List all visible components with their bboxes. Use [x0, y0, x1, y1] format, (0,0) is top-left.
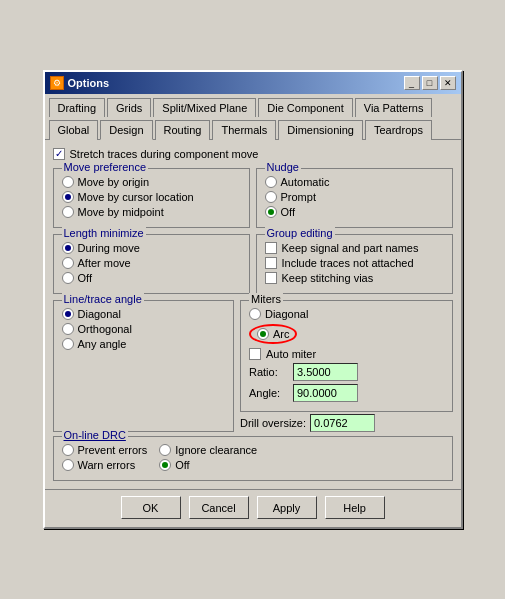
line-trace-box: Line/trace angle Diagonal Orthogonal Any… — [53, 300, 234, 432]
drc-ignore-label: Ignore clearance — [175, 444, 257, 456]
drill-oversize-input[interactable] — [310, 414, 375, 432]
lm-during-radio[interactable] — [62, 242, 74, 254]
maximize-button[interactable]: □ — [422, 76, 438, 90]
tab-via-patterns[interactable]: Via Patterns — [355, 98, 433, 117]
nudge-label: Nudge — [265, 161, 301, 173]
auto-miter-checkbox[interactable] — [249, 348, 261, 360]
minimize-button[interactable]: _ — [404, 76, 420, 90]
drc-off-item: Off — [159, 459, 257, 471]
ratio-row: Ratio: — [249, 363, 444, 381]
stretch-row: Stretch traces during component move — [53, 148, 453, 160]
lm-after-label: After move — [78, 257, 131, 269]
drc-prevent-radio[interactable] — [62, 444, 74, 456]
tab-die-component[interactable]: Die Component — [258, 98, 352, 117]
ge-include-traces-item: Include traces not attached — [265, 257, 444, 269]
help-button[interactable]: Help — [325, 496, 385, 519]
lt-anyangle-radio[interactable] — [62, 338, 74, 350]
miters-diagonal-item: Diagonal — [249, 308, 444, 320]
stretch-checkbox[interactable] — [53, 148, 65, 160]
tab-routing[interactable]: Routing — [155, 120, 211, 140]
move-midpoint-item: Move by midpoint — [62, 206, 241, 218]
nudge-prompt-radio[interactable] — [265, 191, 277, 203]
ge-keep-signal-label: Keep signal and part names — [282, 242, 419, 254]
drc-warn-item: Warn errors — [62, 459, 148, 471]
nudge-box: Nudge Automatic Prompt Off — [256, 168, 453, 228]
group-editing-label: Group editing — [265, 227, 335, 239]
bottom-buttons: OK Cancel Apply Help — [45, 489, 461, 527]
window-icon: ⚙ — [50, 76, 64, 90]
drill-oversize-row: Drill oversize: — [240, 414, 453, 432]
options-window: ⚙ Options _ □ ✕ Drafting Grids Split/Mix… — [43, 70, 463, 529]
tab-split-mixed-plane[interactable]: Split/Mixed Plane — [153, 98, 256, 117]
nudge-off-item: Off — [265, 206, 444, 218]
move-origin-label: Move by origin — [78, 176, 150, 188]
nudge-prompt-item: Prompt — [265, 191, 444, 203]
arc-highlight: Arc — [249, 324, 298, 344]
close-button[interactable]: ✕ — [440, 76, 456, 90]
drc-ignore-radio[interactable] — [159, 444, 171, 456]
drc-section: On-line DRC Prevent errors Warn errors — [53, 436, 453, 481]
lt-orthogonal-radio[interactable] — [62, 323, 74, 335]
miters-arc-radio[interactable] — [257, 328, 269, 340]
miters-label: Miters — [249, 293, 283, 305]
move-cursor-radio[interactable] — [62, 191, 74, 203]
tab-global[interactable]: Global — [49, 120, 99, 140]
mid-two-col: Length minimize During move After move O… — [53, 234, 453, 294]
nudge-auto-radio[interactable] — [265, 176, 277, 188]
drc-col2: Ignore clearance Off — [159, 441, 257, 474]
drc-off-label: Off — [175, 459, 189, 471]
move-origin-radio[interactable] — [62, 176, 74, 188]
move-preference-box: Move preference Move by origin Move by c… — [53, 168, 250, 228]
drc-col1: Prevent errors Warn errors — [62, 441, 148, 474]
group-editing-box: Group editing Keep signal and part names… — [256, 234, 453, 294]
apply-button[interactable]: Apply — [257, 496, 317, 519]
tab-grids[interactable]: Grids — [107, 98, 151, 117]
lm-off-radio[interactable] — [62, 272, 74, 284]
nudge-off-radio[interactable] — [265, 206, 277, 218]
titlebar-buttons: _ □ ✕ — [404, 76, 456, 90]
lt-diagonal-label: Diagonal — [78, 308, 121, 320]
angle-input[interactable] — [293, 384, 358, 402]
ge-include-traces-checkbox[interactable] — [265, 257, 277, 269]
miters-diagonal-radio[interactable] — [249, 308, 261, 320]
move-cursor-item: Move by cursor location — [62, 191, 241, 203]
miters-box: Miters Diagonal Arc Auto miter — [240, 300, 453, 412]
ge-keep-stitch-checkbox[interactable] — [265, 272, 277, 284]
move-origin-item: Move by origin — [62, 176, 241, 188]
tab-design[interactable]: Design — [100, 120, 152, 140]
ratio-input[interactable] — [293, 363, 358, 381]
window-title: Options — [68, 77, 110, 89]
titlebar-left: ⚙ Options — [50, 76, 110, 90]
length-minimize-label: Length minimize — [62, 227, 146, 239]
lm-off-label: Off — [78, 272, 92, 284]
lt-diagonal-radio[interactable] — [62, 308, 74, 320]
tab-thermals[interactable]: Thermals — [212, 120, 276, 140]
ge-keep-stitch-label: Keep stitching vias — [282, 272, 374, 284]
drc-ignore-item: Ignore clearance — [159, 444, 257, 456]
tab-dimensioning[interactable]: Dimensioning — [278, 120, 363, 140]
drc-warn-radio[interactable] — [62, 459, 74, 471]
lt-orthogonal-item: Orthogonal — [62, 323, 225, 335]
ge-keep-signal-checkbox[interactable] — [265, 242, 277, 254]
nudge-auto-label: Automatic — [281, 176, 330, 188]
bottom-row: Line/trace angle Diagonal Orthogonal Any… — [53, 300, 453, 432]
drc-off-radio[interactable] — [159, 459, 171, 471]
lm-after-radio[interactable] — [62, 257, 74, 269]
tab-teardrops[interactable]: Teardrops — [365, 120, 432, 140]
move-preference-label: Move preference — [62, 161, 149, 173]
line-trace-label: Line/trace angle — [62, 293, 144, 305]
drc-box: On-line DRC Prevent errors Warn errors — [53, 436, 453, 481]
drill-oversize-label: Drill oversize: — [240, 417, 306, 429]
ge-keep-signal-item: Keep signal and part names — [265, 242, 444, 254]
ok-button[interactable]: OK — [121, 496, 181, 519]
angle-row: Angle: — [249, 384, 444, 402]
ge-include-traces-label: Include traces not attached — [282, 257, 414, 269]
drc-prevent-label: Prevent errors — [78, 444, 148, 456]
cancel-button[interactable]: Cancel — [189, 496, 249, 519]
miters-arc-highlight-row: Arc — [249, 323, 444, 345]
move-midpoint-radio[interactable] — [62, 206, 74, 218]
lm-during-label: During move — [78, 242, 140, 254]
miters-container: Miters Diagonal Arc Auto miter — [240, 300, 453, 432]
lm-after-item: After move — [62, 257, 241, 269]
tab-drafting[interactable]: Drafting — [49, 98, 106, 117]
